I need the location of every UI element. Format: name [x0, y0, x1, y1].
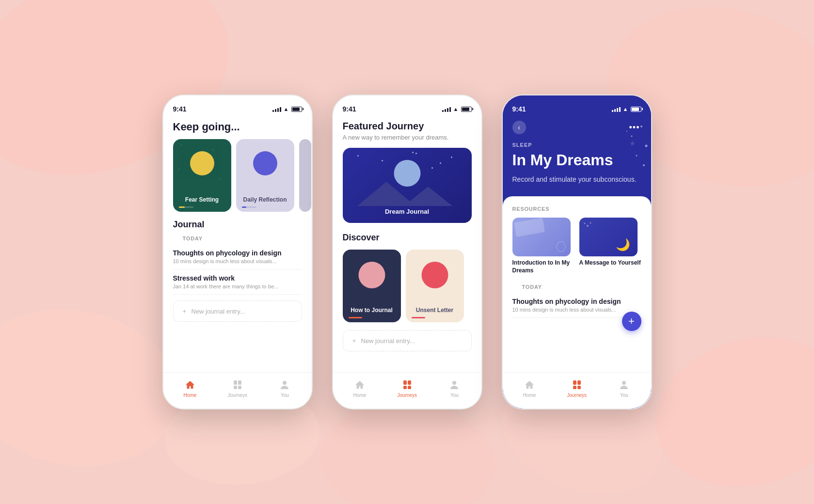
nav-journeys-3[interactable]: Journeys: [567, 378, 587, 398]
bottom-nav-3: Home Journeys: [503, 372, 651, 409]
journal-section-1: Journal TODAY Thoughts on phycology in d…: [163, 220, 312, 295]
entry-title-2: Stressed with work: [173, 274, 302, 282]
keep-going-title: Keep going...: [173, 121, 302, 133]
nav-you-1[interactable]: You: [278, 378, 291, 398]
how-to-journal-card[interactable]: How to Journal: [343, 250, 401, 322]
reflection-progress-fill: [242, 206, 246, 208]
svg-point-25: [587, 225, 589, 227]
svg-rect-15: [408, 386, 411, 389]
svg-point-22: [643, 164, 645, 166]
nav-home-label-3: Home: [523, 393, 536, 398]
home-icon-2: [353, 378, 366, 391]
new-entry-1[interactable]: ＋ New journal entry...: [173, 300, 302, 322]
card-peek: [299, 139, 311, 212]
svg-marker-24: [556, 242, 566, 252]
svg-rect-8: [238, 380, 241, 385]
journal-entry-1[interactable]: Thoughts on phycology in design 10 mins …: [173, 244, 302, 269]
nav-home-2[interactable]: Home: [353, 378, 367, 398]
nav-journeys-label-2: Journeys: [398, 393, 417, 398]
bottom-nav-2: Home Journeys: [333, 372, 481, 409]
nav-journeys-2[interactable]: Journeys: [398, 378, 417, 398]
notch-1: [206, 95, 269, 109]
nav-you-label-2: You: [450, 393, 459, 398]
svg-rect-14: [403, 386, 407, 389]
new-entry-plus-2: ＋: [351, 336, 357, 345]
nav-home-label-1: Home: [184, 393, 197, 398]
svg-point-3: [639, 316, 814, 504]
signal-2: [442, 106, 451, 112]
today-label-3: TODAY: [512, 284, 641, 293]
resource-item-2[interactable]: 🌙 A Message to Yourself: [579, 218, 641, 274]
resource-item-1[interactable]: Introduction to In My Dreams: [512, 218, 575, 274]
dream-card-label: Dream Journal: [385, 208, 429, 215]
phone-3: 9:41 ▲: [502, 94, 652, 410]
svg-point-19: [645, 145, 647, 147]
wifi-1: ▲: [284, 106, 289, 112]
daily-reflection-card[interactable]: Daily Reflection: [236, 139, 294, 212]
signal-1: [272, 106, 281, 112]
journeys-icon-2: [401, 378, 414, 391]
reflection-label: Daily Reflection: [243, 196, 287, 204]
phone-2: 9:41 ▲ Featured Journey A new way to rem…: [332, 94, 482, 410]
journal-entry-3[interactable]: Thoughts on phycology in design 10 mins …: [512, 293, 641, 318]
resource-label-1: Introduction to In My Dreams: [512, 259, 575, 274]
discover-title: Discover: [343, 233, 472, 243]
battery-1: [291, 107, 302, 112]
journal-title-1: Journal: [173, 220, 302, 230]
resource-icon-1: [554, 239, 568, 254]
letter-label: Unsent Letter: [416, 307, 453, 315]
time-1: 9:41: [173, 105, 187, 113]
svg-point-26: [584, 223, 585, 224]
entry-meta-3: 10 mins design is much less about visual…: [512, 307, 641, 313]
journal-circle: [358, 262, 385, 288]
home-icon-1: [184, 378, 196, 391]
svg-rect-7: [234, 380, 237, 385]
resource-card-1: [512, 218, 571, 256]
resources-label: RESOURCES: [512, 206, 641, 212]
nav-home-1[interactable]: Home: [184, 378, 197, 398]
entry-meta-2: Jan 14 at work there are many things to …: [173, 284, 302, 289]
svg-point-20: [636, 155, 637, 157]
svg-rect-9: [234, 386, 237, 389]
discover-cards: How to Journal Unsent Letter: [343, 250, 472, 322]
nav-you-3[interactable]: You: [618, 378, 630, 398]
reflection-circle: [253, 151, 277, 175]
svg-rect-29: [577, 380, 581, 385]
dream-journal-card[interactable]: Dream Journal: [343, 148, 472, 223]
status-icons-3: ▲: [612, 106, 641, 112]
home-icon-3: [523, 378, 536, 391]
reflection-progress-bg: [242, 206, 256, 208]
fear-setting-card[interactable]: Fear Setting: [173, 139, 231, 212]
nav-journeys-label-3: Journeys: [567, 393, 587, 398]
new-entry-text-2: New journal entry...: [361, 337, 415, 345]
phone3-content: ‹ ••• SLEEP In My Dreams Record and stim…: [503, 117, 651, 409]
nav-home-3[interactable]: Home: [523, 378, 536, 398]
nav-home-label-2: Home: [353, 393, 367, 398]
nav-you-2[interactable]: You: [448, 378, 461, 398]
svg-point-21: [626, 131, 627, 132]
phone3-body: RESOURCES Introduction to In My Dreams: [503, 196, 651, 372]
unsent-letter-card[interactable]: Unsent Letter: [406, 250, 464, 322]
phone1-header: Keep going...: [163, 117, 312, 139]
entry-title-3: Thoughts on phycology in design: [512, 298, 641, 305]
letter-progress: [412, 317, 425, 318]
journal-entry-2[interactable]: Stressed with work Jan 14 at work there …: [173, 269, 302, 295]
entry-title-1: Thoughts on phycology in design: [173, 249, 302, 257]
today-label-1: TODAY: [173, 236, 302, 244]
fear-progress-bg: [179, 206, 193, 208]
bottom-nav-1: Home Journeys: [163, 372, 312, 409]
back-button[interactable]: ‹: [512, 121, 526, 134]
svg-rect-30: [573, 386, 576, 389]
status-icons-1: ▲: [272, 106, 302, 112]
signal-3: [612, 106, 621, 112]
fab-add-button[interactable]: +: [622, 312, 641, 331]
nav-journeys-1[interactable]: Journeys: [228, 378, 248, 398]
svg-point-4: [315, 395, 499, 504]
moon-icon: 🌙: [616, 238, 630, 252]
svg-rect-10: [238, 386, 241, 389]
new-entry-2[interactable]: ＋ New journal entry...: [343, 330, 472, 351]
status-icons-2: ▲: [442, 106, 472, 112]
svg-point-32: [622, 381, 626, 385]
phone1-scroll: Keep going... Fear Setting: [163, 117, 312, 372]
nav-you-label-1: You: [281, 393, 289, 398]
